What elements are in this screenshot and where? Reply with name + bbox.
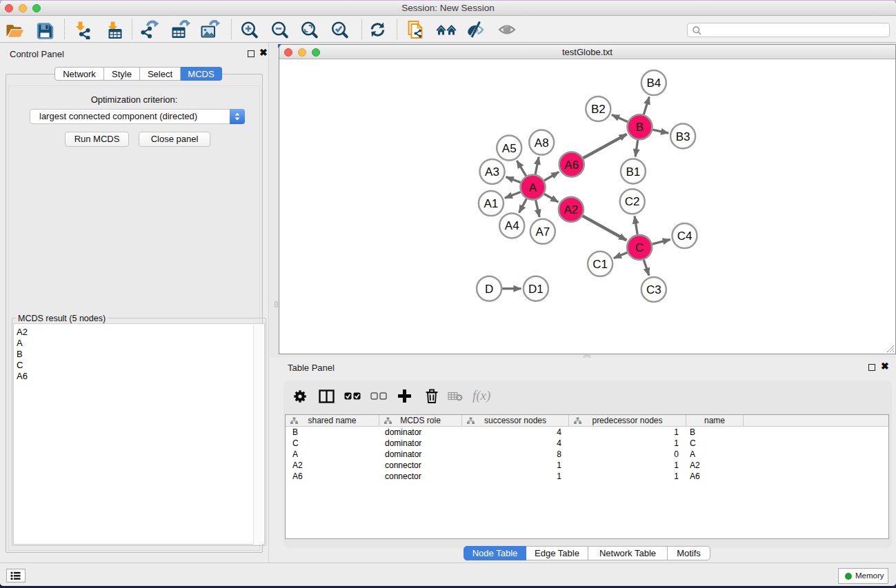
svg-text:D1: D1 — [528, 283, 544, 296]
svg-text:A3: A3 — [485, 165, 499, 179]
svg-text:A5: A5 — [502, 142, 517, 155]
svg-text:B3: B3 — [676, 130, 690, 143]
svg-text:A2: A2 — [564, 203, 579, 216]
svg-text:A8: A8 — [535, 136, 549, 150]
svg-text:C2: C2 — [625, 195, 640, 208]
svg-text:C1: C1 — [593, 258, 608, 271]
svg-text:D: D — [485, 283, 493, 296]
svg-text:B4: B4 — [646, 77, 661, 90]
svg-text:C: C — [635, 241, 644, 254]
svg-text:C3: C3 — [646, 283, 661, 296]
svg-text:B1: B1 — [626, 165, 641, 179]
svg-text:C4: C4 — [677, 230, 693, 243]
svg-text:B: B — [636, 121, 644, 134]
svg-text:A4: A4 — [505, 219, 519, 232]
svg-text:A6: A6 — [564, 159, 579, 172]
svg-text:A1: A1 — [484, 197, 499, 210]
svg-text:B2: B2 — [591, 103, 606, 116]
svg-text:A7: A7 — [535, 225, 550, 239]
svg-text:A: A — [529, 181, 537, 194]
